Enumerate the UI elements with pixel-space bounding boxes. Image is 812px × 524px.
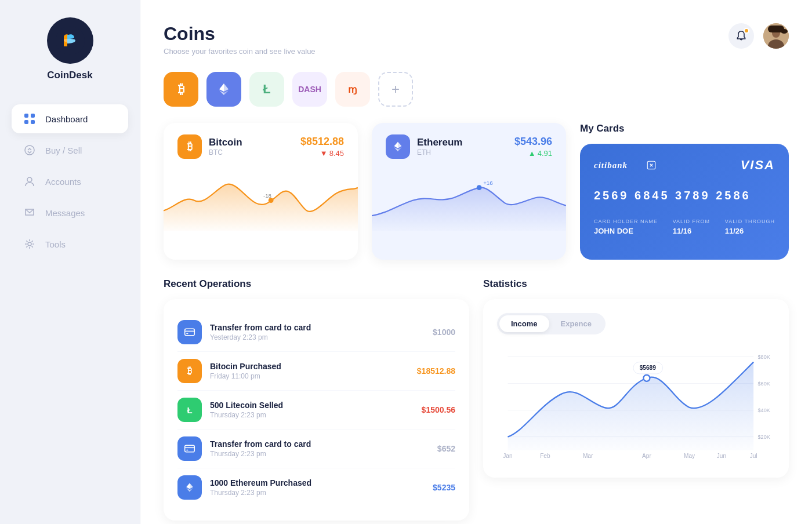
sidebar-item-messages-label: Messages — [45, 208, 85, 218]
op-info: Transfer from card to card Yesterday 2:2… — [210, 323, 425, 341]
notification-button[interactable] — [728, 23, 754, 49]
svg-text:$5689: $5689 — [640, 365, 657, 371]
bitcoin-price: $8512.88 — [300, 136, 344, 148]
op-icon-eth — [177, 475, 202, 500]
operation-item: ₿ Bitocin Purchased Friday 11:00 pm $185… — [177, 352, 455, 391]
bitcoin-symbol: BTC — [209, 148, 242, 157]
coin-tab-btc[interactable]: ₿ — [164, 72, 198, 107]
svg-rect-4 — [31, 120, 35, 124]
buy-sell-icon — [23, 144, 36, 157]
income-toggle[interactable]: Income — [499, 315, 549, 332]
bitcoin-icon: ₿ — [177, 134, 202, 159]
ethereum-name: Ethereum — [417, 137, 462, 148]
messages-icon — [23, 206, 36, 219]
op-amount: $1000 — [433, 328, 455, 337]
tools-icon — [23, 238, 36, 250]
op-name: Transfer from card to card — [210, 323, 425, 332]
app-name: CoinDesk — [47, 70, 92, 81]
notification-dot — [744, 28, 749, 34]
op-name: 500 Litecoin Selled — [210, 401, 414, 410]
op-info: Bitocin Purchased Friday 11:00 pm — [210, 362, 409, 380]
svg-rect-2 — [31, 114, 35, 118]
op-info: 1000 Ethereum Purchased Thursday 2:23 pm — [210, 478, 425, 497]
dashboard-icon — [23, 112, 36, 125]
card-holder-value: JOHN DOE — [594, 227, 658, 235]
bitcoin-card: ₿ Bitcoin BTC $8512.88 ▼8.45 — [164, 123, 358, 260]
ethereum-chart: +16 — [372, 165, 566, 231]
svg-text:$40K: $40K — [758, 407, 771, 413]
svg-text:Jul: Jul — [750, 453, 757, 459]
statistics-title: Statistics — [483, 278, 789, 290]
user-avatar[interactable] — [763, 23, 789, 49]
ethereum-price-block: $543.96 ▲4.91 — [514, 136, 552, 158]
sidebar-item-dashboard-label: Dashboard — [45, 114, 88, 124]
op-time: Yesterday 2:23 pm — [210, 333, 425, 341]
sidebar-item-messages[interactable]: Messages — [12, 198, 128, 227]
svg-rect-19 — [185, 329, 195, 336]
bottom-grid: Recent Operations Transfer from card to … — [164, 278, 789, 521]
op-name: 1000 Ethereum Purchased — [210, 478, 425, 487]
card-holder-label: CARD HOLDER NAME — [594, 219, 658, 224]
svg-point-31 — [643, 375, 650, 381]
svg-text:Mar: Mar — [583, 453, 593, 459]
coin-tab-eth[interactable] — [206, 72, 241, 107]
card-valid-through-value: 11/26 — [725, 227, 775, 235]
op-amount: $1500.56 — [422, 405, 455, 414]
op-icon-card — [177, 320, 202, 344]
svg-rect-20 — [186, 333, 188, 334]
svg-text:Feb: Feb — [540, 453, 550, 459]
ethereum-name-block: Ethereum ETH — [417, 137, 462, 157]
logo-container: CoinDesk — [47, 17, 93, 81]
sidebar-item-buy-sell-label: Buy / Sell — [45, 145, 82, 155]
sidebar-item-buy-sell[interactable]: Buy / Sell — [12, 136, 128, 165]
svg-text:citibank: citibank — [594, 161, 628, 170]
op-icon-card2 — [177, 436, 202, 461]
svg-text:Jan: Jan — [503, 453, 512, 459]
bitcoin-chart: -18 — [164, 165, 358, 231]
svg-point-15 — [477, 185, 482, 190]
op-info: Transfer from card to card Thursday 2:23… — [210, 439, 429, 458]
svg-rect-22 — [186, 450, 188, 451]
op-icon-ltc: Ł — [177, 398, 202, 422]
op-amount: $5235 — [433, 483, 455, 492]
sidebar-item-tools[interactable]: Tools — [12, 230, 128, 259]
bitcoin-change: ▼8.45 — [300, 149, 344, 158]
my-cards-section: My Cards citibank VISA — [580, 123, 789, 260]
card-valid-from-value: 11/16 — [673, 227, 710, 235]
card-holder: CARD HOLDER NAME JOHN DOE — [594, 219, 658, 235]
operation-item: 1000 Ethereum Purchased Thursday 2:23 pm… — [177, 468, 455, 507]
svg-point-6 — [27, 177, 32, 182]
recent-operations-title: Recent Operations — [164, 278, 469, 290]
recent-operations-section: Recent Operations Transfer from card to … — [164, 278, 469, 521]
nav: Dashboard Buy / Sell Accounts — [0, 104, 140, 259]
stats-card: Income Expence — [483, 299, 789, 478]
bitcoin-title: ₿ Bitcoin BTC — [177, 134, 242, 159]
coin-tab-ltc[interactable]: Ł — [249, 72, 284, 107]
coin-tab-add[interactable]: + — [378, 72, 413, 107]
bitcoin-card-header: ₿ Bitcoin BTC $8512.88 ▼8.45 — [177, 134, 344, 159]
card-valid-through: VALID THROUGH 11/26 — [725, 219, 775, 235]
page-header: Coins Choose your favorites coin and see… — [164, 23, 316, 56]
sidebar: CoinDesk Dashboard — [0, 0, 140, 524]
coin-tab-dash[interactable]: DASH — [292, 72, 327, 107]
svg-rect-21 — [185, 445, 195, 452]
op-name: Transfer from card to card — [210, 439, 429, 449]
logo-icon[interactable] — [47, 17, 93, 64]
ethereum-symbol: ETH — [417, 148, 462, 157]
sidebar-item-dashboard[interactable]: Dashboard — [12, 104, 128, 133]
op-name: Bitocin Purchased — [210, 362, 409, 371]
svg-rect-1 — [24, 114, 28, 118]
sidebar-item-accounts-label: Accounts — [45, 177, 81, 187]
sidebar-item-accounts[interactable]: Accounts — [12, 167, 128, 196]
ethereum-price: $543.96 — [514, 136, 552, 148]
op-time: Thursday 2:23 pm — [210, 411, 414, 419]
statistics-section: Statistics Income Expence — [483, 278, 789, 521]
card-valid-from-label: VALID FROM — [673, 219, 710, 224]
card-valid-from: VALID FROM 11/16 — [673, 219, 710, 235]
sidebar-item-tools-label: Tools — [45, 239, 66, 249]
coin-tab-xmr[interactable]: ɱ — [335, 72, 370, 107]
stats-chart-wrapper: $80K $60K $40K $20K $5689 — [497, 346, 775, 464]
svg-text:-18: -18 — [263, 192, 271, 199]
expense-toggle[interactable]: Expence — [549, 315, 603, 332]
svg-text:$80K: $80K — [758, 354, 771, 360]
